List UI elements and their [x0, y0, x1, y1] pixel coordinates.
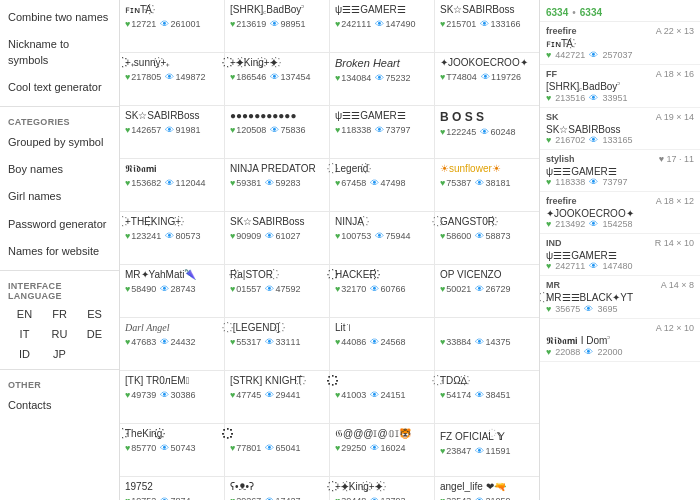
grid-cell[interactable]: ꙰꙰+✦꙰King꙰+✦꙰♥30448👁13793: [330, 477, 434, 500]
cell-nickname: 𝔊@@@𝕀@𝟘𝕀🐯: [335, 428, 429, 440]
sidebar-item-grouped[interactable]: Grouped by symbol: [0, 129, 119, 156]
right-panel-item[interactable]: stylish♥ 17 · 11ψ☰☰GAMER☰♥118338 👁73797: [540, 150, 700, 192]
grid-cell[interactable]: ʕ•ᴥ•ʔ♥29267👁17427: [225, 477, 329, 500]
grid-cell[interactable]: [STRK] KNIGHT꙰♥47745👁29441: [225, 371, 329, 423]
divider-2: [0, 270, 119, 271]
sidebar-item-combine[interactable]: Combine two names: [0, 4, 119, 31]
cell-views: 👁137454: [270, 72, 310, 82]
grid-cell[interactable]: ꙰TDΩ∆꙰♥54174👁38451: [435, 371, 539, 423]
cell-views: 👁47498: [370, 178, 405, 188]
grid-cell[interactable]: SK☆SABIRBoss♥90909👁61027: [225, 212, 329, 264]
right-item-nick: [SHRK]꜀BadBoy꜄: [546, 81, 620, 93]
grid-cell[interactable]: Broken Heart♥134084👁75232: [330, 53, 434, 105]
divider-1: [0, 106, 119, 107]
grid-cell[interactable]: ꙰Legend꙰♥67458👁47498: [330, 159, 434, 211]
cell-views: 👁50743: [160, 443, 195, 453]
grid-cell[interactable]: ✦JOOKOECROO✦♥T74804👁119726: [435, 53, 539, 105]
right-panel-item[interactable]: MRA 14 × 8꙰MR☰☰BLACK✦YT♥35675 👁3695: [540, 276, 700, 319]
right-panel: 6334 • 6334 freefireA 22 × 13ꜰɪɴTA꙰♥4427…: [540, 0, 700, 500]
cell-nickname: angel_life ❤🔫: [440, 481, 534, 493]
grid-cell[interactable]: ●●●●●●●●●●●♥120508👁75836: [225, 106, 329, 158]
sidebar-item-boy-names[interactable]: Boy names: [0, 156, 119, 183]
grid-cell[interactable]: Lit꜈♥44086👁24568: [330, 318, 434, 370]
grid-cell[interactable]: R꙰a|STOR ꙰♥01557👁47592: [225, 265, 329, 317]
cell-nickname: NINJA ꙰: [335, 216, 429, 228]
cell-stats: ♥120508👁75836: [230, 125, 324, 135]
cell-stats: ♥32170👁60766: [335, 284, 429, 294]
cell-likes: ♥44086: [335, 337, 366, 347]
cell-views: 👁38181: [475, 178, 510, 188]
grid-cell[interactable]: ゝ♥33884👁14375: [435, 318, 539, 370]
grid-cell[interactable]: ꙰+THE꙰KING+꙰♥123241👁80573: [120, 212, 224, 264]
grid-cell[interactable]: NINJA ꙰♥100753👁75944: [330, 212, 434, 264]
grid-cell[interactable]: B O S S♥122245👁60248: [435, 106, 539, 158]
grid-cell[interactable]: angel_life ❤🔫♥32543👁21059: [435, 477, 539, 500]
grid-cell[interactable]: 19752♥19752👁7874: [120, 477, 224, 500]
right-item-nick: ꜰɪɴTA꙰: [546, 38, 573, 50]
cell-stats: ♥55317👁33111: [230, 337, 324, 347]
sidebar-item-names-website[interactable]: Names for website: [0, 238, 119, 265]
right-panel-item[interactable]: FFA 18 × 16[SHRK]꜀BadBoy꜄♥213516 👁33951: [540, 65, 700, 108]
grid-cell[interactable]: [TK] TR0лЕМ꙰♥49739👁30386: [120, 371, 224, 423]
grid-cell[interactable]: ꙰꙰꙰꙰꙰꙰꙰꙰꙰♥41003👁24151: [330, 371, 434, 423]
grid-cell[interactable]: ꜰɪɴTA꙰♥12721👁261001: [120, 0, 224, 52]
grid-cell[interactable]: ꙰꙰+₊sunny꙰+₊♥217805👁149872: [120, 53, 224, 105]
grid-cell[interactable]: OP VICENZO♥50021👁26729: [435, 265, 539, 317]
lang-id[interactable]: ID: [8, 345, 41, 363]
lang-fr[interactable]: FR: [43, 305, 76, 323]
grid-cell[interactable]: ꙰꙰+✦꙰King꙰+✦꙰♥186546👁137454: [225, 53, 329, 105]
right-panel-item[interactable]: A 12 × 10𝕹𝖎𝖉𝖆𝗺𝗶 I Dom꜄♥22088 👁22000: [540, 319, 700, 362]
grid-cell[interactable]: ꙰GANGST0R꙰♥58600👁58873: [435, 212, 539, 264]
grid-cell[interactable]: [SHRK]꜀BadBoy꜄♥213619👁98951: [225, 0, 329, 52]
grid-cell[interactable]: 𝔊@@@𝕀@𝟘𝕀🐯♥29250👁16024: [330, 424, 434, 476]
right-panel-item[interactable]: INDR 14 × 10ψ☰☰GAMER☰♥242711 👁147480: [540, 234, 700, 276]
lang-it[interactable]: IT: [8, 325, 41, 343]
lang-ru[interactable]: RU: [43, 325, 76, 343]
cell-views: 👁11591: [475, 446, 510, 456]
cell-nickname: B O S S: [440, 110, 534, 124]
grid-cell[interactable]: SK☆SABIRBoss♥142657👁91981: [120, 106, 224, 158]
cell-stats: ♥54174👁38451: [440, 390, 534, 400]
cell-likes: ♥54174: [440, 390, 471, 400]
grid-cell[interactable]: NINJA PREDATOR♥59381👁59283: [225, 159, 329, 211]
cell-views: 👁30386: [160, 390, 195, 400]
lang-jp[interactable]: JP: [43, 345, 76, 363]
cell-nickname: ꙰꙰+₊sunny꙰+₊: [125, 57, 219, 69]
cell-nickname: FZ OFICIAL꙰ 𝕐: [440, 428, 534, 443]
cell-likes: ♥134084: [335, 73, 371, 83]
right-panel-item[interactable]: freefireA 22 × 13ꜰɪɴTA꙰♥442721 👁257037: [540, 22, 700, 65]
grid-cell[interactable]: ☀sunflower☀♥75387👁38181: [435, 159, 539, 211]
grid-cell[interactable]: ꙰꙰꙰꙰꙰꙰꙰꙰꙰꙰꙰꙰♥77801👁65041: [225, 424, 329, 476]
grid-cell[interactable]: MR✦YahMati🌂♥58490👁28743: [120, 265, 224, 317]
lang-de[interactable]: DE: [78, 325, 111, 343]
cell-stats: ♥90909👁61027: [230, 231, 324, 241]
cell-stats: ♥217805👁149872: [125, 72, 219, 82]
sidebar-item-girl-names[interactable]: Girl names: [0, 183, 119, 210]
cell-views: 👁73797: [375, 125, 410, 135]
cell-stats: ♥59381👁59283: [230, 178, 324, 188]
grid-cell[interactable]: ψ☰☰GAMER☰♥242111👁147490: [330, 0, 434, 52]
sidebar-item-nickname-symbols[interactable]: Nickname to symbols: [0, 31, 119, 74]
sidebar-item-contacts[interactable]: Contacts: [0, 392, 119, 419]
lang-en[interactable]: EN: [8, 305, 41, 323]
lang-es[interactable]: ES: [78, 305, 111, 323]
grid-cell[interactable]: ꙰꙰TheKing꙰꙰♥85770👁50743: [120, 424, 224, 476]
sidebar-item-cool-text[interactable]: Cool text generator: [0, 74, 119, 101]
cell-nickname: Lit꜈: [335, 322, 429, 334]
cell-stats: ♥32543👁21059: [440, 496, 534, 500]
right-panel-item[interactable]: SKA 19 × 14SK☆SABIRBoss♥216702 👁133165: [540, 108, 700, 150]
cell-views: 👁80573: [165, 231, 200, 241]
grid-cell[interactable]: 𝕹𝖎𝖉𝖆𝗺𝗶♥153682👁112044: [120, 159, 224, 211]
cell-likes: ♥120508: [230, 125, 266, 135]
grid-cell[interactable]: ꙰ [LEGEND] ꙰♥55317👁33111: [225, 318, 329, 370]
cell-views: 👁60766: [370, 284, 405, 294]
grid-cell[interactable]: Darl Angel♥47683👁24432: [120, 318, 224, 370]
sidebar-item-password[interactable]: Password generator: [0, 211, 119, 238]
grid-cell[interactable]: FZ OFICIAL꙰ 𝕐♥23847👁11591: [435, 424, 539, 476]
right-panel-item[interactable]: freefireA 18 × 12✦JOOKOECROO✦♥213492 👁15…: [540, 192, 700, 234]
grid-cell[interactable]: ψ☰☰GAMER☰♥118338👁73797: [330, 106, 434, 158]
cell-nickname: Broken Heart: [335, 57, 429, 70]
grid-cell[interactable]: ꙰꙰HACKER꙰꙰♥32170👁60766: [330, 265, 434, 317]
grid-cell[interactable]: SK☆SABIRBoss♥215701👁133166: [435, 0, 539, 52]
cell-likes: ♥50021: [440, 284, 471, 294]
